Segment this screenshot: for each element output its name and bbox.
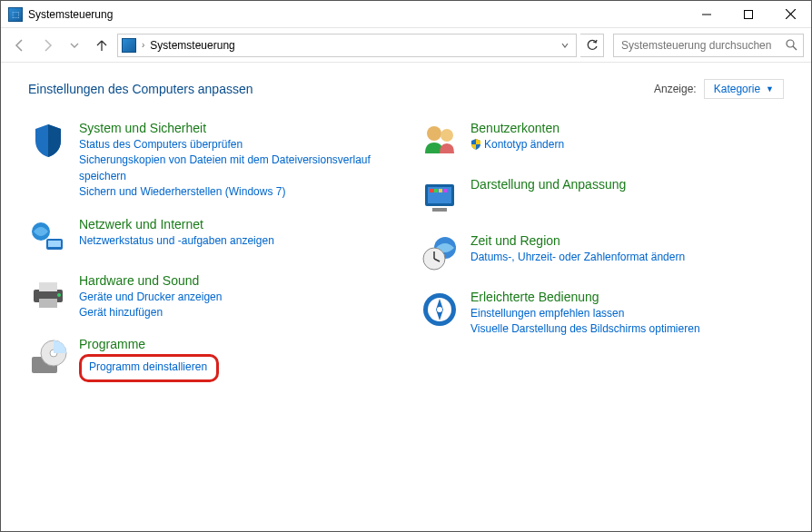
back-button[interactable] <box>8 34 32 57</box>
minimize-button[interactable] <box>686 1 728 28</box>
globe-network-icon <box>28 217 68 257</box>
category-programs: Programme Programm deinstallieren <box>28 337 392 381</box>
forward-button[interactable] <box>35 34 59 57</box>
shield-icon <box>28 121 68 161</box>
category-link-uninstall[interactable]: Programm deinstallieren <box>89 360 207 373</box>
chevron-down-icon <box>561 42 569 49</box>
category-system-security: System und Sicherheit Status des Compute… <box>28 121 392 201</box>
category-title[interactable]: System und Sicherheit <box>79 121 392 135</box>
svg-rect-10 <box>39 282 57 291</box>
svg-point-31 <box>437 307 442 312</box>
content-header: Einstellungen des Computers anpassen Anz… <box>28 79 784 99</box>
ease-of-access-icon <box>420 290 460 330</box>
svg-rect-21 <box>434 189 438 192</box>
category-title[interactable]: Benutzerkonten <box>470 121 784 135</box>
category-title[interactable]: Erleichterte Bedienung <box>470 290 784 304</box>
clock-globe-icon <box>420 233 460 273</box>
svg-point-17 <box>441 129 453 142</box>
view-by-label: Anzeige: <box>654 83 697 95</box>
recent-button[interactable] <box>63 34 86 57</box>
uac-shield-icon <box>470 138 481 150</box>
right-column: Benutzerkonten Kontotyp ändern Darstellu… <box>420 121 784 399</box>
highlighted-annotation: Programm deinstallieren <box>79 354 219 381</box>
app-icon: ⬚ <box>8 7 23 22</box>
address-dropdown[interactable] <box>558 42 572 49</box>
arrow-up-icon <box>94 38 109 53</box>
svg-rect-1 <box>745 10 753 18</box>
search-box[interactable] <box>613 34 804 57</box>
svg-rect-24 <box>432 208 447 212</box>
category-link[interactable]: Sicherungskopien von Dateien mit dem Dat… <box>79 153 392 184</box>
svg-rect-22 <box>439 189 442 192</box>
category-title[interactable]: Programme <box>79 337 392 351</box>
navbar: › Systemsteuerung <box>1 28 811 63</box>
users-icon <box>420 121 460 161</box>
refresh-button[interactable] <box>580 34 604 57</box>
svg-point-12 <box>57 293 61 297</box>
refresh-icon <box>586 39 599 52</box>
personalization-icon <box>420 177 460 217</box>
triangle-down-icon: ▼ <box>766 84 774 94</box>
svg-rect-11 <box>39 299 57 308</box>
page-title: Einstellungen des Computers anpassen <box>28 82 654 96</box>
svg-rect-23 <box>443 189 447 192</box>
category-columns: System und Sicherheit Status des Compute… <box>28 121 784 399</box>
svg-rect-8 <box>48 241 61 247</box>
category-link[interactable]: Sichern und Wiederherstellen (Windows 7) <box>79 184 392 200</box>
category-link[interactable]: Geräte und Drucker anzeigen <box>79 290 392 305</box>
cd-programs-icon <box>28 337 68 377</box>
category-appearance: Darstellung und Anpassung <box>420 177 784 217</box>
category-title[interactable]: Hardware und Sound <box>79 273 392 288</box>
category-title[interactable]: Netzwerk und Internet <box>79 217 392 232</box>
chevron-down-icon <box>70 41 79 50</box>
control-panel-window: ⬚ Systemsteuerung › Systemsteuerung <box>0 0 812 532</box>
view-by-dropdown[interactable]: Kategorie ▼ <box>704 79 784 99</box>
category-title[interactable]: Zeit und Region <box>470 233 784 248</box>
maximize-button[interactable] <box>728 1 769 28</box>
view-by-value: Kategorie <box>714 83 760 95</box>
up-button[interactable] <box>90 34 114 57</box>
titlebar: ⬚ Systemsteuerung <box>1 1 811 28</box>
category-link[interactable]: Einstellungen empfehlen lassen <box>470 306 784 321</box>
svg-point-16 <box>427 126 441 141</box>
chevron-right-icon: › <box>142 40 144 50</box>
category-ease-of-access: Erleichterte Bedienung Einstellungen emp… <box>420 290 784 338</box>
category-hardware-sound: Hardware und Sound Geräte und Drucker an… <box>28 273 392 321</box>
control-panel-icon <box>122 38 136 53</box>
window-title: Systemsteuerung <box>28 8 113 21</box>
category-link[interactable]: Status des Computers überprüfen <box>79 137 392 153</box>
category-time-region: Zeit und Region Datums-, Uhrzeit- oder Z… <box>420 233 784 273</box>
close-icon <box>786 9 796 19</box>
maximize-icon <box>744 10 753 19</box>
content-area: Einstellungen des Computers anpassen Anz… <box>1 63 811 531</box>
category-title[interactable]: Darstellung und Anpassung <box>470 177 784 192</box>
category-network-internet: Netzwerk und Internet Netzwerkstatus und… <box>28 217 392 257</box>
minimize-icon <box>702 10 711 19</box>
search-input[interactable] <box>619 38 780 53</box>
address-bar[interactable]: › Systemsteuerung <box>117 34 577 57</box>
printer-hardware-icon <box>28 273 68 313</box>
close-button[interactable] <box>769 1 811 28</box>
category-link[interactable]: Visuelle Darstellung des Bildschirms opt… <box>470 321 784 337</box>
left-column: System und Sicherheit Status des Compute… <box>28 121 392 399</box>
svg-rect-20 <box>430 189 433 192</box>
category-link[interactable]: Gerät hinzufügen <box>79 305 392 320</box>
breadcrumb[interactable]: Systemsteuerung <box>150 39 234 52</box>
svg-point-4 <box>787 40 794 47</box>
category-link[interactable]: Datums-, Uhrzeit- oder Zahlenformat ände… <box>470 250 784 265</box>
category-user-accounts: Benutzerkonten Kontotyp ändern <box>420 121 784 161</box>
search-icon <box>786 39 797 51</box>
category-link[interactable]: Netzwerkstatus und -aufgaben anzeigen <box>79 233 392 249</box>
category-link[interactable]: Kontotyp ändern <box>470 137 784 153</box>
arrow-left-icon <box>13 38 27 53</box>
arrow-right-icon <box>40 38 54 53</box>
svg-line-5 <box>793 46 797 50</box>
